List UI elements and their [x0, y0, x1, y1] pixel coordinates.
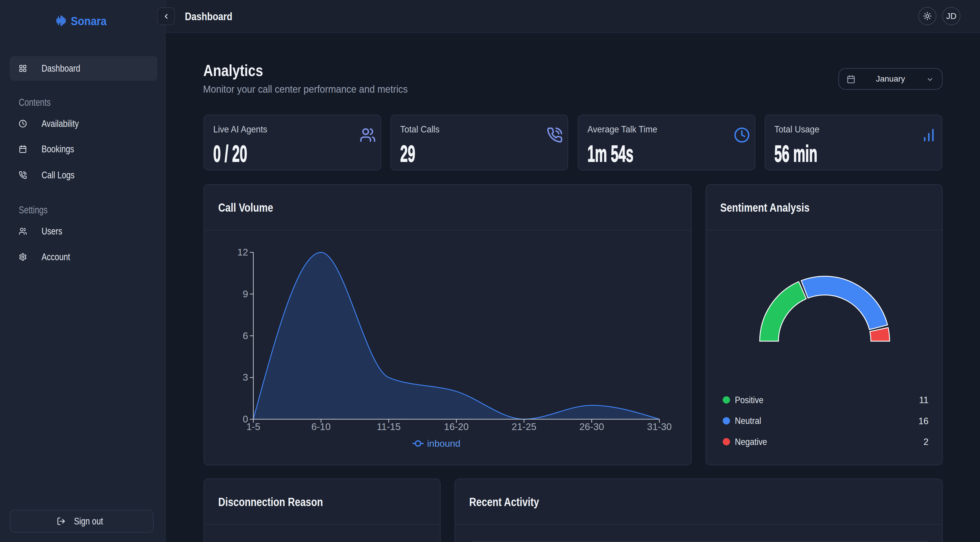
svg-text:3: 3	[243, 372, 248, 383]
svg-text:2: 2	[924, 437, 929, 447]
svg-text:21-25: 21-25	[512, 421, 536, 432]
svg-text:6-10: 6-10	[311, 421, 331, 432]
svg-text:16-20: 16-20	[444, 421, 469, 432]
svg-text:Positive: Positive	[735, 395, 764, 405]
svg-text:12: 12	[237, 247, 248, 258]
svg-text:16: 16	[919, 416, 929, 426]
svg-text:11: 11	[919, 395, 929, 405]
svg-text:26-30: 26-30	[579, 421, 604, 432]
svg-text:Negative: Negative	[735, 437, 767, 447]
svg-text:6: 6	[243, 330, 248, 341]
svg-text:inbound: inbound	[427, 438, 460, 449]
svg-text:1-5: 1-5	[246, 421, 260, 432]
svg-text:9: 9	[243, 288, 248, 300]
svg-text:Neutral: Neutral	[735, 416, 761, 426]
svg-text:31-30: 31-30	[647, 421, 672, 432]
svg-text:11-15: 11-15	[377, 421, 401, 432]
